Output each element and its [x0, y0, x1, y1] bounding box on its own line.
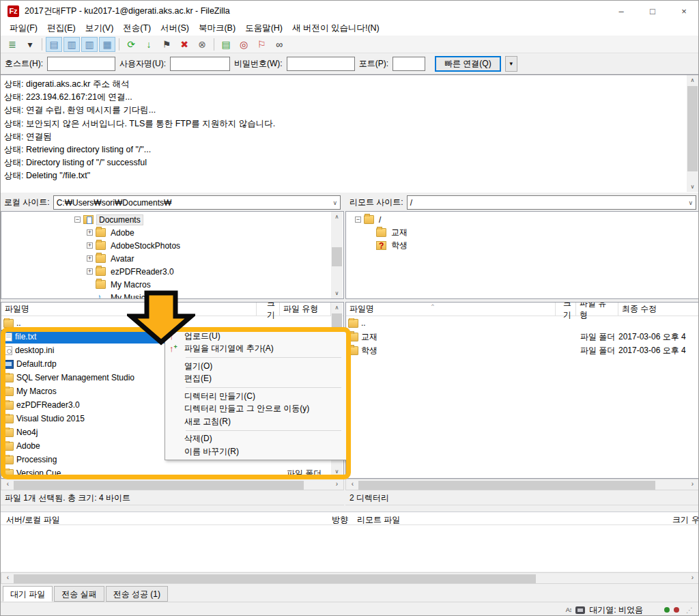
scroll-up-icon[interactable]: ∧	[331, 212, 343, 222]
find-files-button[interactable]: ∞	[271, 37, 287, 52]
queue-hscrollbar[interactable]: ‹ ›	[1, 572, 699, 584]
column-direction[interactable]: 방향	[332, 514, 348, 526]
separator	[186, 357, 341, 358]
queue-tab[interactable]: 전송 실패	[54, 586, 104, 602]
column-filetype[interactable]: 파일 유형	[576, 303, 618, 316]
password-input[interactable]	[287, 57, 355, 71]
context-menu-item[interactable]: ↑ 파일을 대기열에 추가(A)	[165, 343, 347, 356]
menu-item[interactable]: 편집(E)	[42, 21, 81, 36]
process-queue-button[interactable]: ↓	[141, 37, 157, 52]
log-scrollbar[interactable]: ∧ ∨	[687, 75, 698, 192]
scroll-right-icon[interactable]: ›	[687, 574, 698, 583]
column-filename[interactable]: 파일명	[1, 303, 257, 316]
context-menu-item[interactable]: 삭제(D)	[165, 433, 347, 446]
column-size[interactable]: 크기	[257, 303, 280, 316]
local-site-combobox[interactable]: C:₩Users₩sori₩Documents₩∨	[53, 195, 341, 210]
context-menu-item[interactable]: 열기(O)	[165, 360, 347, 373]
column-modified[interactable]: 최종 수정	[618, 303, 699, 316]
transfer-type-icon[interactable]: A↕	[566, 606, 572, 613]
menu-item-icon: ↑	[169, 331, 184, 341]
column-size[interactable]: 크기	[672, 514, 689, 526]
tree-expander[interactable]	[87, 229, 93, 236]
tree-item[interactable]: My Music	[87, 291, 343, 299]
filter-button[interactable]: ▤	[218, 37, 234, 52]
scroll-right-icon[interactable]: ›	[687, 480, 698, 490]
remote-site-combobox[interactable]: /∨	[407, 195, 696, 210]
refresh-button[interactable]: ⟳	[123, 37, 139, 52]
sync-browsing-button[interactable]: ⚐	[253, 37, 270, 52]
scroll-left-icon[interactable]: ‹	[347, 480, 358, 490]
tree-expander[interactable]	[87, 268, 93, 275]
column-size[interactable]: 크기	[556, 303, 576, 316]
scroll-up-icon[interactable]: ∧	[331, 303, 343, 313]
tree-expander[interactable]	[74, 216, 81, 223]
maximize-button[interactable]: □	[637, 1, 668, 21]
column-remote-file[interactable]: 리모트 파일	[357, 514, 400, 526]
scroll-right-icon[interactable]: ›	[332, 480, 342, 490]
file-row[interactable]: ..	[346, 316, 699, 330]
toggle-queue-button[interactable]: ▦	[99, 37, 115, 52]
tree-item[interactable]: ezPDFReader3.0	[87, 265, 343, 278]
menu-item[interactable]: 새 버전이 있습니다!(N)	[287, 21, 384, 36]
close-button[interactable]: ×	[668, 1, 699, 21]
tree-item[interactable]: Documents	[74, 213, 343, 226]
tree-item[interactable]: Avatar	[87, 252, 343, 265]
disconnect-button[interactable]: ⊗	[194, 37, 210, 52]
remote-hscrollbar[interactable]: ‹ ›	[345, 479, 699, 490]
minimize-button[interactable]: –	[605, 1, 637, 21]
tree-expander[interactable]	[355, 216, 361, 223]
scroll-down-icon[interactable]: ∨	[687, 182, 698, 192]
compare-directories-button[interactable]: ◎	[236, 37, 252, 52]
toggle-remote-tree-button[interactable]: ▥	[81, 37, 98, 52]
site-manager-button[interactable]: ≣	[4, 37, 20, 52]
context-menu-item[interactable]: 디렉터리 만들고 그 안으로 이동(y)	[165, 403, 347, 416]
column-filetype[interactable]: 파일 유형	[280, 303, 331, 316]
menu-item[interactable]: 도움말(H)	[240, 21, 287, 36]
quickconnect-button[interactable]: 빠른 연결(Q)	[435, 56, 501, 72]
file-row[interactable]: 교재 파일 폴더 2017-03-06 오후 4	[346, 330, 699, 344]
cancel-operation-button[interactable]: ✖	[176, 37, 192, 52]
tree-item[interactable]: /	[355, 213, 699, 226]
context-menu-item[interactable]: 새로 고침(R)	[165, 415, 347, 428]
column-local-file[interactable]: 서버/로컬 파일	[6, 514, 60, 526]
scroll-left-icon[interactable]: ‹	[3, 480, 13, 490]
local-tree-scrollbar[interactable]: ∧ ∨	[331, 212, 343, 298]
speedlimit-icon[interactable]	[575, 606, 585, 614]
scroll-left-icon[interactable]: ‹	[3, 574, 13, 583]
quickconnect-dropdown[interactable]: ▾	[505, 56, 517, 72]
username-input[interactable]	[170, 57, 230, 71]
scroll-up-icon[interactable]: ∧	[687, 75, 698, 85]
file-row[interactable]: Version Cue 파일 폴더	[1, 466, 343, 479]
context-menu-item[interactable]: 디렉터리 만들기(C)	[165, 390, 347, 403]
tree-item[interactable]: AdobeStockPhotos	[87, 239, 343, 252]
tree-expander[interactable]	[87, 242, 93, 249]
column-filename[interactable]: 파일명	[346, 303, 556, 316]
context-menu-item[interactable]: 편집(E)	[165, 373, 347, 386]
port-input[interactable]	[393, 57, 425, 71]
scroll-down-icon[interactable]: ∨	[331, 288, 343, 298]
menu-item[interactable]: 전송(T)	[118, 21, 156, 36]
tree-item[interactable]: 교재	[367, 226, 699, 239]
menu-item[interactable]: 파일(F)	[5, 21, 42, 36]
context-menu-item[interactable]: ↑ 업로드(U)	[165, 330, 347, 343]
tree-item[interactable]: 학생	[367, 239, 699, 252]
toolbar: ≣▾▤▥▥▦⟳↓⚑✖⊗▤◎⚐∞	[1, 36, 699, 53]
queue-tab[interactable]: 전송 성공 (1)	[106, 586, 168, 602]
menu-item[interactable]: 서버(S)	[156, 21, 194, 36]
tree-item[interactable]: My Macros	[87, 278, 343, 291]
scroll-down-icon[interactable]: ∨	[331, 466, 343, 477]
menu-item[interactable]: 북마크(B)	[194, 21, 240, 36]
toggle-log-button[interactable]: ▤	[46, 37, 62, 52]
host-input[interactable]	[47, 57, 115, 71]
menu-item[interactable]: 보기(V)	[81, 21, 119, 36]
tree-item[interactable]: Adobe	[87, 226, 343, 239]
queue-tab[interactable]: 대기 파일	[3, 586, 53, 602]
local-hscrollbar[interactable]: ‹ ›	[1, 479, 344, 490]
tree-expander[interactable]	[87, 255, 93, 262]
resize-grip[interactable]: ⋰	[686, 606, 693, 614]
file-row[interactable]: 학생 파일 폴더 2017-03-06 오후 4	[346, 344, 699, 357]
return-to-queue-flag-button[interactable]: ⚑	[158, 37, 175, 52]
toggle-local-tree-button[interactable]: ▥	[63, 37, 80, 52]
site-manager-dropdown[interactable]: ▾	[22, 37, 38, 52]
context-menu-item[interactable]: 이름 바꾸기(R)	[165, 445, 347, 458]
